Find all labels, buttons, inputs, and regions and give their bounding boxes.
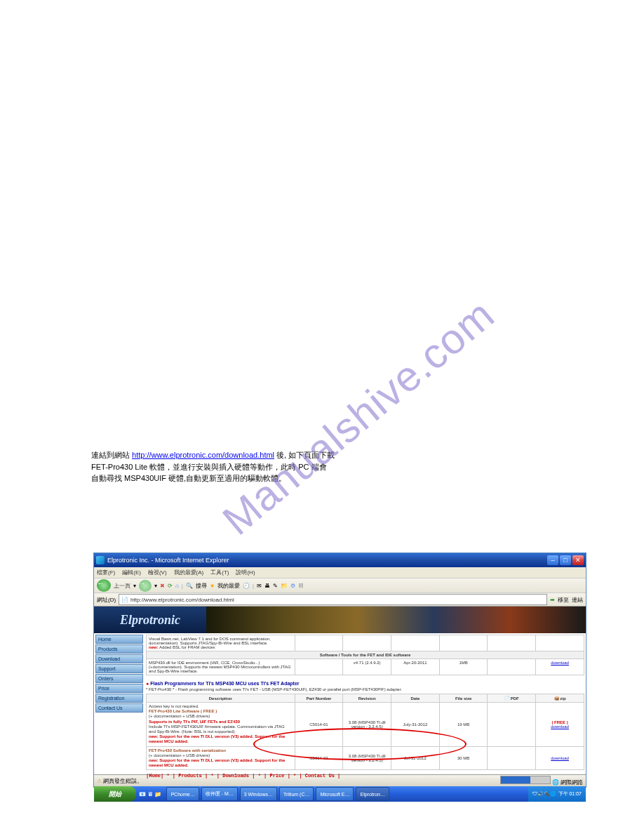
site-logo[interactable]: Elprotronic: [94, 607, 206, 633]
text-suffix: 後, 如下頁面下載: [276, 451, 335, 459]
download-link[interactable]: http://www.elprotronic.com/download.html: [132, 451, 274, 459]
back-label: 上一頁: [114, 582, 130, 590]
sidebar-item-products[interactable]: Products: [95, 644, 143, 654]
mail-icon[interactable]: ✉: [257, 583, 262, 589]
sw-date: Apr-20-2011: [391, 659, 440, 675]
task-item[interactable]: 3 Windows…: [240, 787, 277, 801]
table-row: FET-Pro430 Software with serialization (…: [147, 746, 584, 770]
system-tray[interactable]: 🛡🔊🔌🌐 下午 01:07: [528, 786, 586, 802]
sidebar-item-orders[interactable]: Orders: [95, 674, 143, 683]
text-prefix: 連結到網站: [91, 451, 132, 459]
sidebar-item-registration[interactable]: Registration: [95, 694, 143, 703]
watermark: Manualshive.com: [213, 290, 503, 545]
minimize-button[interactable]: –: [547, 555, 558, 565]
row-size: 19 MB: [439, 703, 488, 747]
history-icon[interactable]: 🕘: [243, 583, 250, 589]
col-description: Description: [147, 694, 295, 703]
row-revision: 3.08 (MSP430 TI.dll version - 3.2.4.5): [343, 746, 391, 770]
separator: |: [182, 583, 183, 589]
favorites-label: 我的最愛: [217, 582, 240, 590]
sidebar-item-home[interactable]: Home: [95, 635, 143, 644]
edit-icon[interactable]: ✎: [273, 583, 278, 589]
toolbar: ← 上一頁 ▾ → ▾ ✖ ⟳ ⌂ | 🔍 搜尋 ★ 我的最愛 🕘 | ✉ 🖶 …: [94, 578, 586, 593]
col-zip: 📦 zip: [536, 694, 584, 703]
search-label: 搜尋: [196, 582, 207, 590]
sw-header: Software / Tools for the FET and IDE sof…: [147, 651, 584, 659]
table-row: Access key is not required. FET-Pro430 L…: [147, 703, 584, 747]
go-button[interactable]: ➡: [550, 597, 555, 603]
sw-desc: MSP430.dll for IDE environment (IAR, CCE…: [147, 659, 295, 675]
row-desc: Access key is not required.: [149, 704, 199, 708]
footer-nav[interactable]: |Home| * | Products | * | Downloads | * …: [146, 773, 584, 779]
sidebar-item-contact[interactable]: Contact Us: [95, 703, 143, 713]
sidebar-item-download[interactable]: Download: [95, 654, 143, 663]
back-dropdown[interactable]: ▾: [133, 583, 136, 589]
row-revision: 3.08 (MSP430 TI.dll version - 3.2.4.5): [343, 703, 391, 747]
col-revision: Revision: [343, 694, 391, 703]
page-icon: 📄: [121, 597, 128, 603]
task-item[interactable]: 收件匣 - M…: [201, 787, 238, 801]
task-item[interactable]: Elprotron…: [356, 787, 389, 801]
maximize-button[interactable]: □: [560, 555, 571, 565]
folder-icon[interactable]: 📁: [281, 583, 288, 589]
back-button[interactable]: ←: [97, 579, 111, 592]
search-icon[interactable]: 🔍: [186, 583, 193, 589]
task-item[interactable]: Tritium (C…: [279, 787, 314, 801]
menu-help[interactable]: 說明(H): [236, 569, 255, 576]
row-partnum: C5014-03: [295, 746, 343, 770]
menu-favorites[interactable]: 我的最愛(A): [174, 569, 204, 576]
download-link[interactable]: download: [551, 724, 569, 729]
banner: [206, 607, 586, 633]
link-icon[interactable]: ⛓: [298, 583, 304, 589]
close-button[interactable]: ✕: [572, 555, 584, 565]
quicklaunch[interactable]: 📧 🖥 📁: [139, 791, 161, 797]
sw-download-link[interactable]: download: [551, 661, 569, 665]
start-button[interactable]: 開始: [94, 786, 136, 802]
task-item[interactable]: PChome…: [166, 787, 199, 801]
address-input[interactable]: 📄 http://www.elprotronic.com/download.ht…: [119, 594, 547, 605]
forward-button[interactable]: →: [139, 580, 152, 592]
menu-view[interactable]: 檢視(V): [148, 569, 167, 576]
row-title: FET-Pro430 Software with serialization: [149, 748, 226, 753]
task-item[interactable]: Microsoft E…: [316, 787, 354, 801]
row-title: FET-Pro430 Lite Software ( FREE ): [149, 709, 217, 713]
refresh-button[interactable]: ⟳: [168, 583, 173, 589]
sw-size: 1MB: [439, 659, 488, 675]
go-label: 移至: [558, 596, 569, 604]
sidebar-item-support[interactable]: Support: [95, 664, 143, 673]
menu-tools[interactable]: 工具(T): [210, 569, 229, 576]
sw-rev: v4.71 (2.4.9.2): [343, 659, 391, 675]
section-title: ● Flash Programmers for TI's MSP430 MCU …: [146, 681, 584, 686]
col-filesize: File size: [439, 694, 488, 703]
links-label[interactable]: 連結: [572, 596, 583, 604]
stop-button[interactable]: ✖: [160, 583, 165, 589]
address-label: 網址(D): [97, 596, 116, 604]
row-date: July-31-2012: [391, 703, 440, 747]
download-link[interactable]: download: [551, 756, 569, 760]
section-subtitle: * FET-Pro430 * - Flash programming softw…: [146, 687, 584, 691]
print-icon[interactable]: 🖶: [264, 583, 270, 589]
sidebar-item-price[interactable]: Price: [95, 684, 143, 693]
ie-icon: [96, 556, 105, 564]
menu-file[interactable]: 檔案(F): [97, 569, 115, 576]
row-new: new: Support for the new TI DLL version …: [149, 734, 285, 743]
row-desc2: (+ documentation + USB drivers): [149, 753, 210, 757]
forward-dropdown[interactable]: ▾: [154, 583, 157, 589]
page-content: Elprotronic Home Products Download Suppo…: [94, 607, 586, 774]
desc-text: Visual Basic.net, LabView 7.1 and for DO…: [149, 637, 271, 645]
row-supports: Supports in fully TI's PIF, UIF FETs and…: [149, 720, 240, 724]
document-text: 連結到網站 http://www.elprotronic.com/downloa…: [91, 449, 554, 484]
tool-icon[interactable]: ⚙: [290, 583, 295, 589]
clock: 下午 01:07: [558, 790, 582, 797]
col-partnum: Part Number: [295, 694, 343, 703]
desc-new: Added BSL for FRAM devices: [159, 645, 215, 649]
row-desc3: Include TI's MSP-FET430UIF firmware upda…: [149, 724, 285, 734]
menu-edit[interactable]: 編輯(E): [122, 569, 141, 576]
row-partnum: C5014-01: [295, 703, 343, 747]
favorites-icon[interactable]: ★: [210, 583, 215, 589]
text-line2: FET-Pro430 Lite 軟體，並進行安裝與插入硬體等動作，此時 PC 端…: [91, 463, 327, 471]
row-size: 30 MB: [439, 746, 488, 770]
tray-icons[interactable]: 🛡🔊🔌🌐: [532, 791, 556, 797]
home-button[interactable]: ⌂: [175, 583, 179, 589]
col-date: Date: [391, 694, 440, 703]
